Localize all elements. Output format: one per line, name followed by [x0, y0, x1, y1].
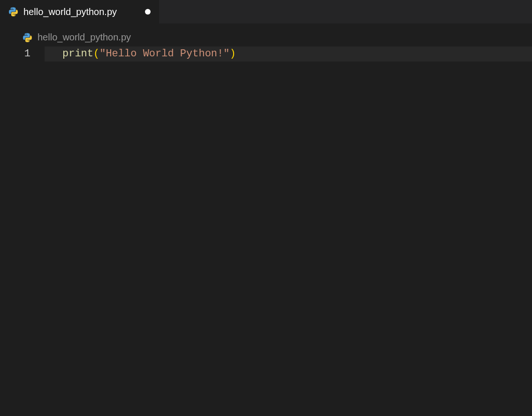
- tab-file[interactable]: hello_world_python.py: [0, 0, 160, 23]
- breadcrumb-filename: hello_world_python.py: [38, 32, 131, 43]
- python-file-icon: [23, 32, 33, 43]
- token-paren-close: ): [229, 46, 236, 62]
- line-number: 1: [0, 46, 30, 62]
- code-content[interactable]: print("Hello World Python!"): [45, 46, 532, 62]
- breadcrumb[interactable]: hello_world_python.py: [0, 23, 532, 46]
- unsaved-indicator-icon[interactable]: [145, 9, 151, 15]
- token-function: print: [62, 46, 93, 62]
- tab-filename: hello_world_python.py: [23, 7, 137, 17]
- editor[interactable]: 1 print("Hello World Python!"): [0, 46, 532, 62]
- code-line[interactable]: print("Hello World Python!"): [45, 46, 532, 62]
- tab-bar: hello_world_python.py: [0, 0, 532, 23]
- token-string: "Hello World Python!": [99, 46, 229, 62]
- token-paren-open: (: [93, 46, 99, 62]
- python-file-icon: [8, 7, 19, 17]
- line-number-gutter: 1: [0, 46, 45, 62]
